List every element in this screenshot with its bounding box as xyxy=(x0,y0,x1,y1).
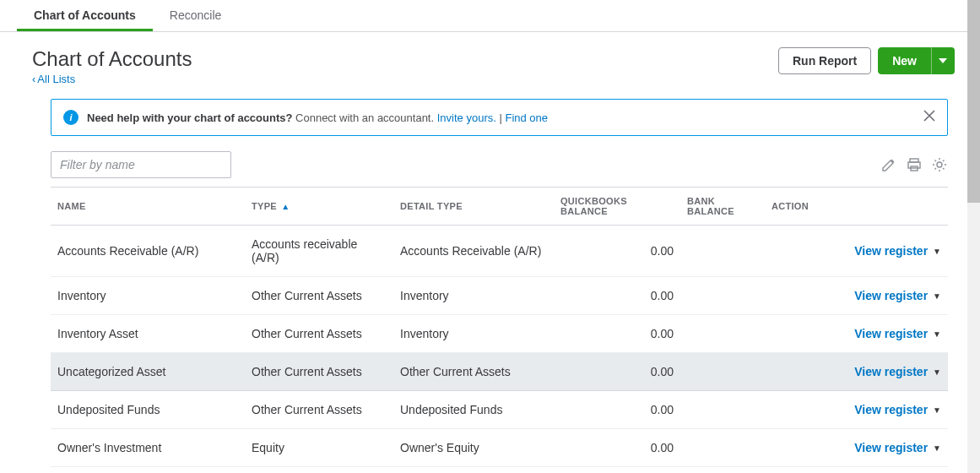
cell-name: Owner's Investment xyxy=(51,429,245,467)
caret-down-icon[interactable]: ▼ xyxy=(933,329,941,339)
caret-down-icon[interactable]: ▼ xyxy=(933,247,941,256)
cell-bank-balance xyxy=(680,277,765,315)
cell-detail-type: Accounts Receivable (A/R) xyxy=(393,226,554,277)
view-register-link[interactable]: View register▼ xyxy=(854,403,941,416)
edit-icon[interactable] xyxy=(880,156,897,173)
page-title: Chart of Accounts xyxy=(32,47,192,71)
cell-name: Owner's Pay & Personal Expenses xyxy=(51,467,245,474)
info-icon: i xyxy=(63,110,79,125)
svg-point-3 xyxy=(937,162,942,167)
action-link-label: View register xyxy=(854,327,928,340)
action-link-label: View register xyxy=(854,365,928,378)
column-header-detail-type[interactable]: DETAIL TYPE xyxy=(393,188,554,226)
run-report-button[interactable]: Run Report xyxy=(778,47,871,74)
gear-icon[interactable] xyxy=(931,156,948,173)
cell-detail-type: Owner's Equity xyxy=(393,429,554,467)
caret-down-icon[interactable]: ▼ xyxy=(933,367,941,377)
close-banner-button[interactable] xyxy=(922,108,937,123)
breadcrumb-all-lists[interactable]: ‹ All Lists xyxy=(32,73,75,85)
cell-action: View register▼ xyxy=(765,226,948,277)
cell-type: Other Current Assets xyxy=(245,391,393,429)
view-register-link[interactable]: View register▼ xyxy=(854,327,941,340)
find-accountant-link[interactable]: Find one xyxy=(505,111,548,124)
table-toolbar xyxy=(51,151,948,178)
sort-ascending-icon: ▲ xyxy=(281,202,290,211)
view-register-link[interactable]: View register▼ xyxy=(854,289,941,302)
cell-action: View register▼ xyxy=(765,391,948,429)
cell-bank-balance xyxy=(680,226,765,277)
new-button-caret[interactable] xyxy=(931,47,955,74)
cell-quickbooks-balance: 0.00 xyxy=(554,315,680,353)
cell-type: Other Current Assets xyxy=(245,277,393,315)
view-register-link[interactable]: View register▼ xyxy=(854,365,941,378)
cell-action: View register▼ xyxy=(765,315,948,353)
cell-type: Equity xyxy=(245,429,393,467)
page-header: Chart of Accounts ‹ All Lists Run Report… xyxy=(0,32,980,90)
cell-action: View register▼ xyxy=(765,467,948,474)
tab-chart-of-accounts[interactable]: Chart of Accounts xyxy=(17,0,153,31)
cell-action: View register▼ xyxy=(765,353,948,391)
column-header-type[interactable]: TYPE ▲ xyxy=(245,188,393,226)
table-row[interactable]: Uncategorized AssetOther Current AssetsO… xyxy=(51,353,948,391)
caret-down-icon[interactable]: ▼ xyxy=(933,443,941,453)
accounts-table: NAME TYPE ▲ DETAIL TYPE QUICKBOOKS BALAN… xyxy=(51,187,948,473)
table-row[interactable]: InventoryOther Current AssetsInventory0.… xyxy=(51,277,948,315)
cell-quickbooks-balance: 0.00 xyxy=(554,277,680,315)
cell-name: Uncategorized Asset xyxy=(51,353,245,391)
cell-detail-type: Inventory xyxy=(393,277,554,315)
vertical-scrollbar[interactable] xyxy=(967,0,980,473)
cell-detail-type: Other Current Assets xyxy=(393,353,554,391)
caret-down-icon[interactable]: ▼ xyxy=(933,291,941,301)
cell-name: Inventory Asset xyxy=(51,315,245,353)
cell-detail-type: Owner's Equity xyxy=(393,467,554,474)
cell-quickbooks-balance: 0.00 xyxy=(554,391,680,429)
cell-detail-type: Inventory xyxy=(393,315,554,353)
table-header-row: NAME TYPE ▲ DETAIL TYPE QUICKBOOKS BALAN… xyxy=(51,188,948,226)
view-register-link[interactable]: View register▼ xyxy=(854,244,941,258)
header-actions: Run Report New xyxy=(778,47,955,74)
action-link-label: View register xyxy=(854,289,928,302)
tab-reconcile[interactable]: Reconcile xyxy=(153,0,238,31)
close-icon xyxy=(923,110,935,122)
print-icon[interactable] xyxy=(906,156,923,173)
tab-bar: Chart of Accounts Reconcile xyxy=(0,0,980,32)
cell-bank-balance xyxy=(680,353,765,391)
table-row[interactable]: Accounts Receivable (A/R)Accounts receiv… xyxy=(51,226,948,277)
cell-quickbooks-balance: 0.00 xyxy=(554,226,680,277)
caret-down-icon[interactable]: ▼ xyxy=(933,405,941,415)
new-button[interactable]: New xyxy=(878,47,931,74)
filter-by-name-input[interactable] xyxy=(51,151,231,178)
table-row[interactable]: Owner's InvestmentEquityOwner's Equity0.… xyxy=(51,429,948,467)
cell-quickbooks-balance: 0.00 xyxy=(554,429,680,467)
action-link-label: View register xyxy=(854,403,928,416)
column-header-bank-balance[interactable]: BANK BALANCE xyxy=(680,188,765,226)
invite-accountant-link[interactable]: Invite yours. xyxy=(437,111,496,124)
table-row[interactable]: Owner's Pay & Personal ExpensesEquityOwn… xyxy=(51,467,948,474)
cell-type: Equity xyxy=(245,467,393,474)
new-button-group: New xyxy=(878,47,955,74)
cell-name: Undeposited Funds xyxy=(51,391,245,429)
column-header-quickbooks-balance[interactable]: QUICKBOOKS BALANCE xyxy=(554,188,680,226)
svg-rect-1 xyxy=(908,162,920,168)
info-strong: Need help with your chart of accounts? xyxy=(87,111,292,124)
cell-type: Other Current Assets xyxy=(245,353,393,391)
cell-action: View register▼ xyxy=(765,429,948,467)
cell-name: Accounts Receivable (A/R) xyxy=(51,226,245,277)
cell-bank-balance xyxy=(680,467,765,474)
table-row[interactable]: Inventory AssetOther Current AssetsInven… xyxy=(51,315,948,353)
info-text: Need help with your chart of accounts? C… xyxy=(87,111,548,124)
cell-quickbooks-balance: 0.00 xyxy=(554,353,680,391)
cell-bank-balance xyxy=(680,429,765,467)
view-register-link[interactable]: View register▼ xyxy=(854,441,941,454)
action-link-label: View register xyxy=(854,441,928,454)
column-header-name[interactable]: NAME xyxy=(51,188,245,226)
caret-down-icon xyxy=(939,58,947,63)
cell-name: Inventory xyxy=(51,277,245,315)
cell-bank-balance xyxy=(680,391,765,429)
table-row[interactable]: Undeposited FundsOther Current AssetsUnd… xyxy=(51,391,948,429)
cell-quickbooks-balance xyxy=(554,467,680,474)
cell-bank-balance xyxy=(680,315,765,353)
cell-action: View register▼ xyxy=(765,277,948,315)
cell-detail-type: Undeposited Funds xyxy=(393,391,554,429)
cell-type: Accounts receivable (A/R) xyxy=(245,226,393,277)
